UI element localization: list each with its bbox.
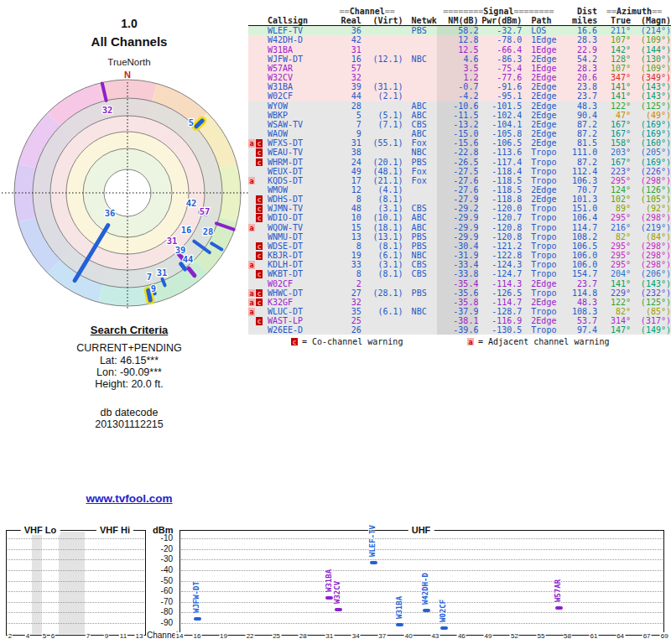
table-row: acWFXS-DT31(55.1)Fox-15.6-106.52Edge81.5… [248, 138, 671, 148]
cell: W31BA [266, 82, 331, 91]
cell: -15.6 [437, 138, 479, 148]
channel-marker-label: 5 [189, 117, 194, 127]
cell [403, 185, 437, 195]
gridline [8, 581, 144, 582]
longitude-value: Lon: -90.09*** [0, 366, 258, 378]
cell: KQDS-DT [266, 176, 331, 185]
cell: -121.2 [478, 242, 522, 251]
cell: PBS [403, 158, 437, 167]
vhf-lo-label: VHF Lo [21, 525, 60, 535]
adjacent-channel-warning-icon: a [467, 338, 474, 346]
cell: -95.1 [478, 91, 522, 101]
adjacent-channel-warning-icon: a [248, 139, 255, 148]
column-header: (Virt) [362, 16, 403, 25]
x-tick-label: 2 [8, 632, 13, 640]
cell: CBS [403, 120, 437, 129]
azimuth-cell: (219°) [631, 223, 671, 232]
cell: 22.9 [560, 45, 597, 55]
table-row: W57AR573.5-75.41Edge28.3107°(109°) [248, 64, 671, 73]
cell: 48.3 [560, 101, 597, 111]
cell: WBKP [266, 111, 331, 120]
table-row: cWHRM-DT24(20.1)PBS-26.5-117.4Tropo87.21… [248, 158, 671, 167]
co-channel-warning-icon: c [256, 158, 263, 167]
cell: Fox [403, 167, 437, 176]
cell: -114.7 [478, 298, 522, 307]
cell [362, 45, 403, 55]
channel-marker-label: 57 [200, 206, 211, 216]
cell: 31 [331, 138, 362, 148]
cell: 54.2 [560, 55, 597, 64]
co-channel-warning-icon: c [256, 214, 263, 222]
cell: 28 [331, 101, 362, 111]
cell: -26.5 [437, 158, 479, 167]
cell: 151.0 [560, 204, 597, 213]
station-marker [396, 623, 403, 626]
height-value: Height: 20.0 ft. [0, 378, 258, 390]
azimuth-cell: (84°) [631, 232, 671, 242]
column-header: Callsign [266, 16, 331, 25]
table-row: cWJMN-TV48(3.1)CBS-29.2-120.0Tropo151.08… [248, 204, 671, 213]
azimuth-cell: (206°) [631, 269, 671, 278]
y-axis-label: -80 [153, 607, 173, 616]
dbm-axis-title: dBm [153, 525, 173, 535]
cell: 10 [331, 213, 362, 222]
channel-marker-label: 31 [157, 267, 168, 278]
tvfool-link[interactable]: www.tvfool.com [0, 492, 258, 505]
cell: 27 [331, 288, 362, 298]
gridline [8, 549, 144, 550]
true-north-label: TrueNorth [0, 57, 258, 67]
db-datecode-value: 201301112215 [0, 418, 258, 430]
azimuth-cell: (143°) [631, 279, 671, 288]
cell [403, 279, 437, 288]
cell: WDIO-DT [266, 213, 331, 222]
x-tick-label: 58 [563, 632, 572, 640]
table-row: cKBJR-DT19(6.1)NBC-31.9-122.8Tropo106.02… [248, 251, 671, 260]
azimuth-cell: 47° [597, 111, 631, 120]
table-row: WEUX-DT49(48.1)Fox-27.5-118.4Tropo112.42… [248, 167, 671, 176]
channel-marker-label: 32 [102, 105, 113, 115]
adjacent-channel-warning-text: = Adjacent channel warning [478, 337, 610, 346]
frequency-gap-band [32, 532, 42, 635]
cell: 87.2 [560, 120, 597, 129]
station-marker-label: W31BA [395, 596, 403, 619]
cell: 12.8 [437, 35, 479, 44]
azimuth-cell: (144°) [631, 45, 671, 55]
uhf-label: UHF [408, 525, 434, 535]
cell: W31BA [266, 45, 331, 55]
cell: 12 [331, 185, 362, 195]
cell: -78.0 [478, 35, 522, 44]
cell: Tropo [522, 269, 560, 278]
cell: (10.1) [362, 213, 403, 222]
column-header: (Magn) [631, 16, 671, 25]
co-channel-warning-icon: c [256, 289, 263, 298]
cell: Tropo [522, 242, 560, 251]
gridline [8, 602, 144, 603]
cell: 87.2 [560, 129, 597, 138]
station-marker [194, 617, 201, 621]
table-row: W26EE-D26-39.6-130.5Tropo97.4147°(149°) [248, 325, 671, 335]
co-channel-warning-icon: c [256, 317, 263, 325]
cell: 33 [331, 260, 362, 269]
azimuth-cell: (125°) [631, 101, 671, 111]
azimuth-cell: 167° [597, 129, 631, 138]
cell: W02CF [266, 91, 331, 101]
cell [403, 316, 437, 325]
cell: -27.6 [437, 176, 479, 185]
azimuth-cell: 347° [597, 73, 631, 82]
cell: (18.1) [362, 223, 403, 232]
cell: Tropo [522, 204, 560, 213]
cell: WHWC-DT [266, 288, 331, 298]
azimuth-cell: (169°) [631, 129, 671, 138]
cell: WHRM-DT [266, 158, 331, 167]
cell [362, 325, 403, 335]
azimuth-cell: (214°) [631, 26, 671, 35]
azimuth-cell: (226°) [631, 167, 671, 176]
cell: PBS [403, 242, 437, 251]
azimuth-cell: (92°) [631, 204, 671, 213]
cell: -113.6 [478, 148, 522, 157]
cell: WYOW [266, 101, 331, 111]
cell: Tropo [522, 176, 560, 185]
cell: W42DH-D [266, 35, 331, 44]
cell [362, 101, 403, 111]
cell: 8 [331, 269, 362, 278]
